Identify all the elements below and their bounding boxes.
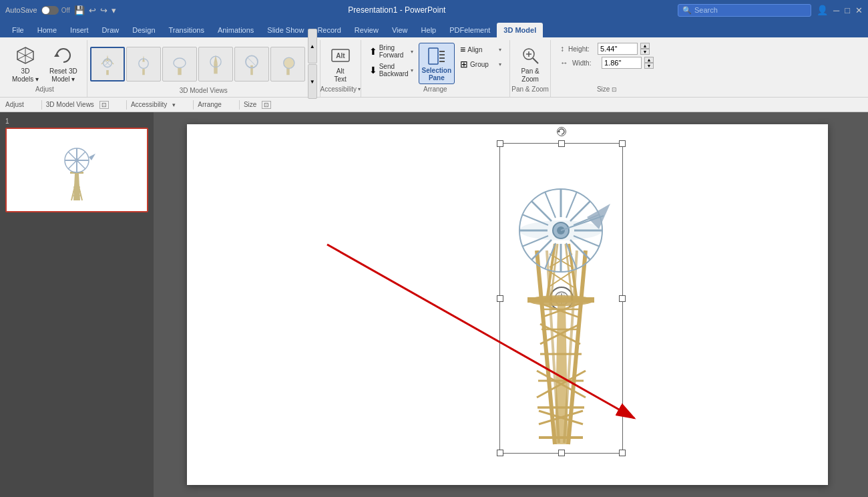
customize-icon[interactable]: ▾ bbox=[112, 5, 116, 15]
size-expand[interactable]: ⊡ bbox=[262, 101, 271, 109]
view-thumb-4[interactable] bbox=[198, 47, 233, 81]
svg-point-25 bbox=[283, 57, 294, 68]
view-thumb-1[interactable] bbox=[90, 47, 125, 81]
svg-point-58 bbox=[555, 292, 568, 305]
svg-line-70 bbox=[540, 324, 580, 344]
3d-models-button[interactable]: 3DModels ▾ bbox=[8, 43, 43, 86]
views-scroll-up[interactable]: ▲ bbox=[308, 29, 317, 63]
handle-top-left[interactable] bbox=[497, 140, 503, 147]
svg-line-88 bbox=[550, 254, 572, 267]
group-arrow: ▾ bbox=[499, 61, 501, 67]
views-expand[interactable]: ⊡ bbox=[99, 101, 109, 109]
slide-canvas[interactable] bbox=[187, 124, 828, 485]
tab-pdfelement[interactable]: PDFelement bbox=[443, 23, 497, 37]
search-input[interactable] bbox=[694, 6, 801, 14]
pan-zoom-button[interactable]: Pan &Zoom bbox=[515, 43, 545, 86]
slide-canvas-area bbox=[154, 112, 868, 497]
save-icon[interactable]: 💾 bbox=[74, 5, 85, 15]
rotate-handle[interactable] bbox=[557, 127, 566, 136]
handle-bottom-left[interactable] bbox=[497, 450, 503, 456]
accessibility-content: Alt AltText bbox=[326, 40, 355, 86]
slide-1-thumbnail[interactable] bbox=[5, 128, 148, 212]
width-input[interactable] bbox=[602, 57, 642, 69]
svg-marker-61 bbox=[555, 304, 568, 444]
reset-icon bbox=[53, 45, 74, 66]
bring-forward-button[interactable]: ⬆ BringForward ▾ bbox=[367, 43, 416, 60]
width-label: Width: bbox=[572, 59, 599, 67]
handle-mid-left[interactable] bbox=[497, 295, 503, 302]
undo-icon[interactable]: ↩ bbox=[89, 5, 96, 15]
svg-line-99 bbox=[545, 192, 556, 218]
maximize-icon[interactable]: □ bbox=[845, 5, 850, 15]
selection-pane-button[interactable]: SelectionPane bbox=[419, 43, 455, 84]
svg-line-52 bbox=[78, 152, 85, 159]
view-thumb-2[interactable] bbox=[126, 47, 161, 81]
svg-line-103 bbox=[522, 236, 548, 246]
svg-rect-19 bbox=[214, 63, 217, 73]
svg-point-80 bbox=[527, 295, 594, 306]
send-backward-button[interactable]: ⬇ SendBackward ▾ bbox=[367, 61, 416, 79]
svg-line-23 bbox=[248, 58, 255, 65]
tab-3dmodel[interactable]: 3D Model bbox=[497, 23, 543, 37]
group-arrange: ⬆ BringForward ▾ ⬇ SendBackward ▾ bbox=[361, 40, 510, 97]
sep4 bbox=[239, 100, 240, 110]
svg-line-72 bbox=[541, 304, 579, 317]
view-thumb-6[interactable] bbox=[270, 47, 305, 81]
user-icon[interactable]: 👤 bbox=[817, 5, 828, 15]
view-thumb-3[interactable] bbox=[162, 47, 197, 81]
tab-view[interactable]: View bbox=[385, 23, 415, 37]
group-accessibility: Alt AltText Accessibility ▾ bbox=[320, 40, 361, 97]
height-down[interactable]: ▼ bbox=[640, 49, 650, 55]
group-button[interactable]: ⊞ Group ▾ bbox=[457, 57, 504, 71]
autosave-toggle[interactable]: Off bbox=[41, 6, 70, 15]
svg-point-90 bbox=[519, 189, 602, 272]
svg-rect-29 bbox=[439, 51, 445, 52]
height-up[interactable]: ▲ bbox=[640, 43, 650, 49]
selection-pane-label: SelectionPane bbox=[422, 67, 451, 81]
alt-text-label: AltText bbox=[335, 67, 347, 84]
toggle-track bbox=[41, 6, 59, 15]
tab-file[interactable]: File bbox=[5, 23, 31, 37]
handle-top-center[interactable] bbox=[558, 140, 565, 147]
width-down[interactable]: ▼ bbox=[644, 63, 654, 69]
redo-icon[interactable]: ↪ bbox=[100, 5, 107, 15]
close-icon[interactable]: ✕ bbox=[855, 5, 863, 15]
search-box[interactable]: 🔍 bbox=[678, 4, 811, 17]
group-size: ↕ Height: ▲ ▼ ↔ Width: ▲ ▼ Size ⊡ bbox=[551, 40, 663, 97]
svg-line-63 bbox=[568, 251, 586, 444]
handle-top-right[interactable] bbox=[619, 140, 626, 147]
height-spinners: ▲ ▼ bbox=[640, 43, 650, 55]
3d-move-icon[interactable] bbox=[550, 287, 574, 311]
handle-mid-right[interactable] bbox=[619, 295, 626, 302]
svg-rect-32 bbox=[439, 61, 445, 62]
width-up[interactable]: ▲ bbox=[644, 57, 654, 63]
height-input[interactable] bbox=[598, 43, 638, 55]
alt-text-button[interactable]: Alt AltText bbox=[326, 43, 355, 86]
handle-bottom-right[interactable] bbox=[619, 450, 626, 456]
svg-line-87 bbox=[548, 271, 574, 287]
align-button[interactable]: ≡ Align ▾ bbox=[457, 43, 504, 56]
svg-line-64 bbox=[547, 251, 559, 443]
3d-models-label: 3DModels ▾ bbox=[12, 67, 39, 84]
autosave-state: Off bbox=[61, 7, 70, 14]
pan-zoom-icon bbox=[519, 45, 541, 66]
views-bar-label: 3D Model Views ⊡ bbox=[46, 101, 109, 109]
tab-home[interactable]: Home bbox=[31, 23, 63, 37]
panzoom-label: Pan & Zoom bbox=[510, 84, 550, 94]
arrange-group-label: Arrange bbox=[361, 84, 509, 94]
svg-line-51 bbox=[78, 162, 85, 169]
tab-review[interactable]: Review bbox=[348, 23, 385, 37]
svg-line-86 bbox=[548, 271, 574, 287]
adjust-section-label: Adjust bbox=[5, 101, 24, 108]
view-thumb-5[interactable] bbox=[234, 47, 269, 81]
views-label: 3D Model Views bbox=[87, 86, 320, 96]
align-arrow: ▾ bbox=[499, 47, 501, 53]
tab-help[interactable]: Help bbox=[415, 23, 443, 37]
pan-zoom-label: Pan &Zoom bbox=[521, 67, 539, 84]
group-label: Group bbox=[470, 61, 489, 68]
handle-bottom-center[interactable] bbox=[558, 450, 565, 456]
svg-line-105 bbox=[545, 243, 556, 269]
minimize-icon[interactable]: ─ bbox=[833, 5, 839, 15]
height-label: Height: bbox=[568, 45, 595, 53]
reset-3d-button[interactable]: Reset 3DModel ▾ bbox=[45, 43, 81, 86]
